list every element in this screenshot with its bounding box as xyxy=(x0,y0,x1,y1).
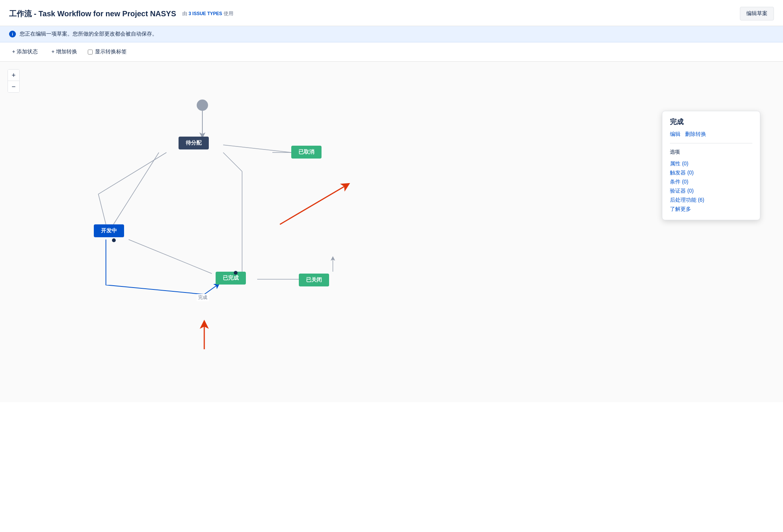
node-dot-done xyxy=(234,271,238,275)
svg-line-1 xyxy=(113,152,159,224)
popup-option-4[interactable]: 后处理功能 (6) xyxy=(670,196,752,205)
zoom-controls: + − xyxy=(8,69,20,93)
node-dot xyxy=(112,238,116,242)
add-transition-button[interactable]: + 增加转换 xyxy=(48,47,80,57)
show-labels-checkbox-label[interactable]: 显示转换标签 xyxy=(88,48,127,55)
svg-line-6 xyxy=(223,145,291,152)
popup-options: 属性 (0)触发器 (0)条件 (0)验证器 (0)后处理功能 (6)了解更多 xyxy=(670,159,752,214)
popup-option-2[interactable]: 条件 (0) xyxy=(670,177,752,187)
header-left: 工作流 - Task Workflow for new Project NASY… xyxy=(9,9,233,19)
svg-line-4 xyxy=(204,285,218,294)
toolbar: + 添加状态 + 增加转换 显示转换标签 xyxy=(0,42,783,62)
zoom-out-button[interactable]: − xyxy=(8,81,19,92)
node-cancelled[interactable]: 已取消 xyxy=(291,146,322,159)
popup-actions: 编辑 删除转换 xyxy=(670,131,752,143)
show-labels-text: 显示转换标签 xyxy=(95,48,127,55)
zoom-in-button[interactable]: + xyxy=(8,70,19,81)
workflow-canvas: + − xyxy=(0,62,783,402)
popup-title: 完成 xyxy=(670,117,752,126)
workflow-start-node xyxy=(197,100,208,111)
add-status-label: + 添加状态 xyxy=(12,48,38,55)
page-title: 工作流 - Task Workflow for new Project NASY… xyxy=(9,9,176,19)
context-popup: 完成 编辑 删除转换 选项 属性 (0)触发器 (0)条件 (0)验证器 (0)… xyxy=(662,111,760,220)
info-banner: i 您正在编辑一项草案。您所做的全部更改都会被自动保存。 xyxy=(0,26,783,42)
page-header: 工作流 - Task Workflow for new Project NASY… xyxy=(0,0,783,26)
node-closed[interactable]: 已关闭 xyxy=(299,274,329,286)
svg-line-2 xyxy=(129,240,212,274)
popup-section-title: 选项 xyxy=(670,149,752,156)
badge-suffix: 使用 xyxy=(224,10,233,17)
popup-option-0[interactable]: 属性 (0) xyxy=(670,159,752,168)
edit-draft-button[interactable]: 编辑草案 xyxy=(740,7,774,20)
popup-delete-link[interactable]: 删除转换 xyxy=(685,131,706,138)
popup-edit-link[interactable]: 编辑 xyxy=(670,131,680,138)
popup-option-5[interactable]: 了解更多 xyxy=(670,205,752,214)
show-labels-checkbox[interactable] xyxy=(88,50,93,54)
add-transition-label: + 增加转换 xyxy=(51,48,77,55)
popup-option-3[interactable]: 验证器 (0) xyxy=(670,187,752,196)
svg-line-8 xyxy=(280,187,344,224)
transition-done-label: 完成 xyxy=(197,294,209,301)
node-done[interactable]: 已完成 xyxy=(216,272,246,285)
node-inprogress[interactable]: 开发中 xyxy=(94,224,124,237)
add-status-button[interactable]: + 添加状态 xyxy=(9,47,41,57)
node-pending[interactable]: 待分配 xyxy=(179,137,209,149)
issue-types-badge[interactable]: 由 3 ISSUE TYPES 使用 xyxy=(182,10,234,17)
badge-highlight: 3 ISSUE TYPES xyxy=(189,11,222,16)
info-text: 您正在编辑一项草案。您所做的全部更改都会被自动保存。 xyxy=(20,31,157,37)
badge-prefix: 由 xyxy=(182,10,187,17)
info-icon: i xyxy=(9,31,16,37)
popup-option-1[interactable]: 触发器 (0) xyxy=(670,168,752,177)
